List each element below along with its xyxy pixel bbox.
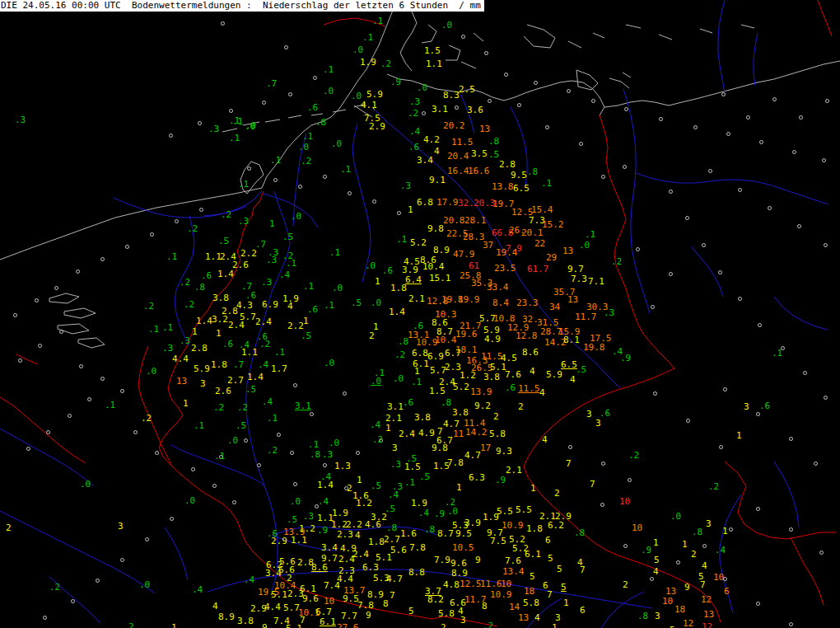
station-value: 7.1 <box>588 277 604 286</box>
station-marker <box>756 412 760 416</box>
station-value: .2 <box>301 157 311 166</box>
station-marker <box>758 323 762 327</box>
station-value: .3 <box>409 97 420 106</box>
station-value: 10 <box>619 497 630 506</box>
station-value: .8 <box>527 167 538 176</box>
station-marker <box>685 216 689 220</box>
station-marker <box>120 558 124 562</box>
station-value: 1.5 <box>404 462 421 471</box>
station-value: 3.8 <box>237 616 254 626</box>
station-value: 1 <box>269 219 275 228</box>
station-value: 9 <box>366 611 371 620</box>
station-value: 1.7 <box>271 364 287 373</box>
station-value: 19.9 <box>458 295 480 304</box>
station-marker <box>422 111 426 115</box>
station-value: 12.8 <box>516 331 538 340</box>
station-value: .0 <box>323 87 334 96</box>
station-value: 4.4 <box>172 354 189 363</box>
station-value: 6.2 <box>548 521 564 530</box>
station-marker <box>13 313 17 317</box>
station-value: 2.4 <box>228 321 245 330</box>
station-marker <box>120 389 124 393</box>
station-value: 1 <box>653 538 659 547</box>
station-marker <box>568 445 572 449</box>
station-value: 3 <box>595 419 601 428</box>
station-value: 5.1 <box>376 553 392 562</box>
station-value: 1 <box>171 623 177 628</box>
station-marker <box>125 245 129 249</box>
station-value: 10.9 <box>502 521 524 530</box>
station-value: 1.8 <box>211 360 227 369</box>
station-value: 2 <box>691 550 697 559</box>
station-value: .6 <box>382 266 393 275</box>
station-value: 32. <box>458 199 474 208</box>
station-value: 3.9 <box>464 518 481 527</box>
station-value: .8 <box>194 283 205 292</box>
station-value: 1.9 <box>360 58 376 67</box>
station-value: 1 <box>722 527 728 536</box>
station-value: 1 <box>530 484 536 493</box>
station-marker <box>38 344 42 348</box>
station-value: .2 <box>180 278 190 287</box>
station-value: 2 <box>6 523 12 532</box>
station-value: 8 <box>383 599 389 608</box>
station-value: 7.8 <box>447 458 464 467</box>
station-value: .2 <box>267 446 278 455</box>
station-value: .0 <box>352 45 363 54</box>
station-value: .8 <box>637 612 648 621</box>
station-value: .9 <box>434 509 445 518</box>
station-marker <box>772 97 777 101</box>
station-marker <box>290 451 294 455</box>
station-value: .1 <box>286 259 296 268</box>
station-value: 12 <box>702 622 712 628</box>
station-value: .0 <box>417 83 427 92</box>
station-value: 2.7 <box>384 535 400 544</box>
station-value: .1 <box>404 478 415 487</box>
station-value: 3 <box>555 613 561 622</box>
station-value: 2 <box>441 623 446 628</box>
station-value: 8.6 <box>522 348 539 357</box>
station-marker <box>567 89 571 93</box>
station-value: 10.5 <box>452 543 474 552</box>
station-value: .1 <box>229 116 240 125</box>
station-value: .4 <box>279 270 290 279</box>
station-value: 2.2 <box>346 520 362 529</box>
station-value: 4 <box>355 531 361 540</box>
station-value: .0 <box>329 438 339 448</box>
station-value: .3 <box>208 124 219 134</box>
station-marker <box>288 92 292 96</box>
station-marker <box>702 544 707 548</box>
station-value: 4 <box>570 375 576 384</box>
station-value: 3.9 <box>402 265 418 274</box>
station-marker <box>221 21 225 26</box>
station-value: .6 <box>222 340 233 349</box>
station-value: .1 <box>162 323 173 332</box>
station-value: 10 <box>662 597 673 606</box>
station-value: 1 <box>303 316 309 326</box>
station-value: 2 <box>493 412 499 421</box>
station-value: 5.5 <box>516 505 532 514</box>
station-value: .1 <box>362 33 373 42</box>
station-marker <box>534 81 538 85</box>
station-marker <box>789 437 793 441</box>
station-marker <box>792 150 796 154</box>
station-marker <box>198 121 202 125</box>
station-value: .4 <box>258 360 268 369</box>
station-value: 5 <box>408 607 414 616</box>
station-value: 3.1 <box>295 401 311 410</box>
station-value: .1 <box>308 440 319 449</box>
station-marker <box>686 419 690 423</box>
station-marker <box>310 412 314 416</box>
station-value: .2 <box>611 257 622 266</box>
station-value: 2.3 <box>337 530 353 539</box>
station-value: 1.8 <box>368 537 385 546</box>
station-marker <box>35 298 39 302</box>
station-value: .8 <box>692 527 702 537</box>
station-marker <box>789 527 793 532</box>
station-marker <box>651 305 655 309</box>
station-value: .6 <box>408 143 419 152</box>
station-value: .0 <box>227 436 238 445</box>
station-marker <box>96 579 100 583</box>
station-value: 2.1 <box>385 414 402 423</box>
station-value: 4 <box>542 435 548 444</box>
